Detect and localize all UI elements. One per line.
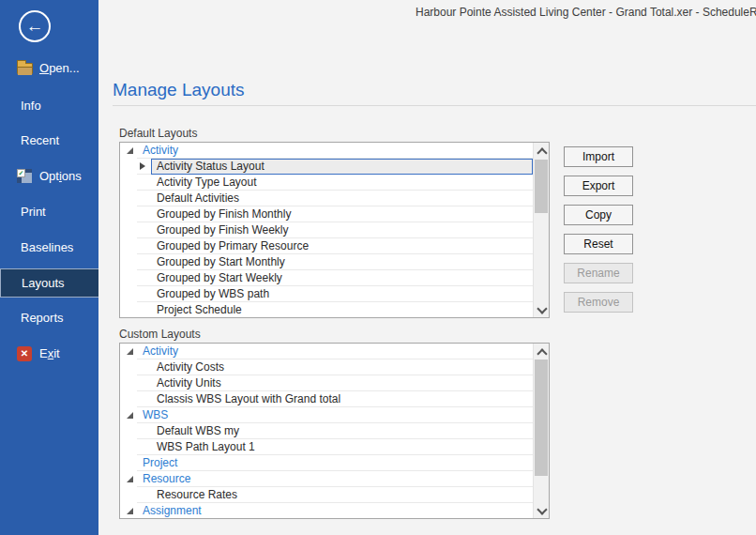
tree-expand-icon[interactable] — [127, 508, 133, 514]
import-button[interactable]: Import — [564, 146, 633, 167]
folder-icon — [17, 63, 33, 74]
tree-item-row[interactable]: Activity Costs — [120, 359, 533, 375]
tree-expand-icon[interactable] — [127, 476, 133, 482]
tree-item-row[interactable]: Grouped by WBS path — [120, 286, 533, 302]
sidebar-item-reports[interactable]: Reports — [0, 307, 98, 329]
tree-group-row[interactable]: WBS — [120, 407, 533, 423]
custom-layouts-rows: ActivityActivity CostsActivity UnitsClas… — [120, 344, 533, 518]
tree-expand-icon[interactable] — [127, 147, 133, 154]
options-window-check-icon: ✓ — [17, 169, 32, 183]
tree-row-label: Activity — [143, 344, 178, 358]
sidebar-item-label: Options — [39, 165, 82, 188]
tree-row-label: Resource — [143, 472, 190, 485]
tree-row-label: Default WBS my — [157, 424, 239, 437]
scroll-up-icon[interactable] — [534, 344, 549, 359]
tree-row-label: Project — [143, 456, 177, 469]
tree-row-label: Grouped by Finish Monthly — [157, 207, 291, 221]
sidebar-item-label: Layouts — [22, 269, 65, 297]
sidebar-item-print[interactable]: Print — [0, 201, 98, 223]
page-title: Manage Layouts — [113, 80, 245, 100]
custom-list-scrollbar[interactable] — [533, 344, 549, 518]
scroll-down-icon[interactable] — [534, 502, 549, 518]
remove-button: Remove — [564, 292, 633, 313]
tree-item-row[interactable]: Default WBS my — [120, 423, 533, 439]
sidebar-item-label: Info — [21, 95, 41, 117]
reset-button[interactable]: Reset — [564, 234, 633, 254]
tree-item-row[interactable]: Grouped by Start Weekly — [120, 270, 533, 286]
window-title: Harbour Pointe Assisted Living Center - … — [416, 6, 756, 19]
tree-item-row[interactable]: Grouped by Start Monthly — [120, 254, 533, 270]
sidebar-item-label: Open... — [39, 57, 80, 80]
sidebar-item-recent[interactable]: Recent — [0, 130, 98, 152]
export-button[interactable]: Export — [564, 176, 633, 196]
tree-row-label: WBS Path Layout 1 — [157, 440, 255, 453]
sidebar-item-label: Baselines — [21, 237, 73, 259]
sidebar-item-baselines[interactable]: Baselines — [0, 237, 98, 259]
sidebar-item-label: Print — [21, 201, 46, 223]
tree-row-label: Project Schedule — [157, 303, 242, 316]
tree-row-label: Activity Units — [157, 376, 221, 390]
tree-item-row[interactable]: Grouped by Primary Resource — [120, 238, 533, 254]
tree-row-label: Activity — [143, 144, 178, 157]
back-arrow-icon: ← — [26, 16, 44, 37]
tree-expand-icon[interactable] — [127, 348, 133, 355]
scroll-down-icon[interactable] — [534, 301, 549, 317]
sidebar-item-layouts[interactable]: Layouts — [0, 268, 98, 298]
back-button[interactable]: ← — [19, 10, 51, 42]
tree-item-row[interactable]: Project Schedule — [120, 302, 533, 317]
tree-item-row[interactable]: Activity Status Layout — [120, 159, 533, 175]
tree-row-label: Classis WBS Layout with Grand total — [157, 392, 340, 405]
sidebar-item-label: Recent — [21, 130, 59, 152]
default-layouts-rows: ActivityActivity Status LayoutActivity T… — [120, 143, 533, 317]
scroll-thumb[interactable] — [535, 359, 548, 476]
default-layouts-label: Default Layouts — [119, 127, 197, 140]
tree-row-label: WBS — [143, 408, 168, 421]
backstage-sidebar: ← Open... Info Recent ✓ Options Print Ba… — [0, 0, 98, 535]
custom-layouts-list[interactable]: ActivityActivity CostsActivity UnitsClas… — [119, 343, 550, 519]
tree-item-row[interactable]: WBS Path Layout 1 — [120, 439, 533, 455]
custom-layouts-label: Custom Layouts — [119, 328, 201, 341]
sidebar-item-label: Reports — [21, 307, 64, 329]
copy-button[interactable]: Copy — [564, 205, 633, 225]
tree-row-label: Grouped by Start Monthly — [157, 255, 285, 268]
tree-row-label: Resource Rates — [157, 488, 237, 501]
current-layout-marker-icon — [140, 162, 145, 170]
tree-group-row[interactable]: Assignment — [120, 503, 533, 518]
tree-group-row[interactable]: Project — [120, 455, 533, 471]
tree-row-label: Assignment — [143, 504, 202, 517]
tree-row-label: Activity Type Layout — [157, 176, 257, 189]
tree-item-row[interactable]: Classis WBS Layout with Grand total — [120, 391, 533, 407]
sidebar-item-open[interactable]: Open... — [0, 57, 98, 80]
tree-expand-icon[interactable] — [127, 412, 133, 419]
sidebar-item-label: Exit — [39, 343, 60, 365]
tree-item-row[interactable]: Grouped by Finish Weekly — [120, 222, 533, 238]
rename-button: Rename — [564, 263, 633, 283]
tree-item-row[interactable]: Resource Rates — [120, 487, 533, 503]
scroll-thumb[interactable] — [535, 160, 548, 213]
sidebar-item-options[interactable]: ✓ Options — [0, 165, 98, 188]
tree-row-label: Grouped by Finish Weekly — [157, 223, 289, 237]
tree-row-label: Default Activities — [157, 191, 239, 205]
tree-group-row[interactable]: Resource — [120, 471, 533, 487]
tree-row-label: Grouped by Primary Resource — [157, 239, 309, 252]
tree-item-row[interactable]: Activity Units — [120, 375, 533, 391]
tree-row-label: Activity Costs — [157, 360, 224, 374]
tree-group-row[interactable]: Activity — [120, 344, 533, 359]
scroll-up-icon[interactable] — [534, 143, 549, 159]
default-list-scrollbar[interactable] — [533, 143, 549, 317]
tree-row-label: Grouped by WBS path — [157, 287, 269, 300]
sidebar-item-exit[interactable]: ✕ Exit — [0, 343, 98, 365]
sidebar-item-info[interactable]: Info — [0, 95, 98, 117]
default-layouts-list[interactable]: ActivityActivity Status LayoutActivity T… — [119, 142, 550, 318]
red-x-icon: ✕ — [17, 346, 32, 361]
tree-row-label: Grouped by Start Weekly — [157, 271, 282, 284]
tree-item-row[interactable]: Grouped by Finish Monthly — [120, 206, 533, 222]
tree-item-row[interactable]: Activity Type Layout — [120, 175, 533, 191]
tree-row-label: Activity Status Layout — [157, 160, 265, 173]
tree-group-row[interactable]: Activity — [120, 143, 533, 159]
heading-divider — [113, 105, 756, 106]
tree-item-row[interactable]: Default Activities — [120, 191, 533, 206]
